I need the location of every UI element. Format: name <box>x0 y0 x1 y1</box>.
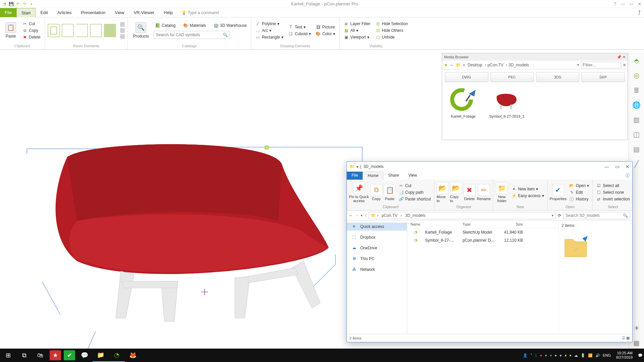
fmt-3ds-button[interactable]: 3DS <box>536 72 580 82</box>
tab-start[interactable]: Start <box>16 8 36 17</box>
crumb-1[interactable]: pCon.TV <box>487 63 503 67</box>
products-button[interactable]: 🔍 Products <box>130 21 152 40</box>
sidetool-clip-icon[interactable]: ◫ <box>631 129 642 140</box>
delete-button[interactable]: ✖Delete <box>21 34 42 41</box>
tab-edit[interactable]: Edit <box>36 8 52 17</box>
sidetool-cube-icon[interactable]: ⬘ <box>631 55 642 66</box>
ecut-button[interactable]: ✂Cut <box>397 182 432 189</box>
tray-app6-icon[interactable]: ● <box>565 353 567 357</box>
tray-wifi-icon[interactable]: 📶 <box>588 353 593 358</box>
addr-box[interactable]: 📁 › pCon.TV › 3D_models ▾ <box>369 212 556 219</box>
col-type[interactable]: Type <box>459 221 499 228</box>
fmt-skp-button[interactable]: SKP <box>581 72 625 82</box>
properties-button[interactable]: ✔Properties <box>550 184 567 201</box>
addr-crumb-0[interactable]: pCon.TV <box>382 213 397 218</box>
cuboid-button[interactable]: ❏Cuboid ▾ <box>287 31 312 37</box>
share-icon[interactable]: ⤴ <box>638 10 641 16</box>
explorer-search-icon[interactable]: 🔍 <box>623 213 628 218</box>
tray-vol-icon[interactable]: 🔊 <box>595 353 600 358</box>
tray-battery-icon[interactable]: 🔋 <box>581 353 585 358</box>
tray-clock[interactable]: 10:25 AM 8/27/2019 <box>613 351 635 359</box>
sidetool-globe-icon[interactable]: 🌐 <box>631 99 642 111</box>
tray-app4-icon[interactable]: ● <box>555 353 557 357</box>
explorer-min-icon[interactable]: — <box>604 164 609 169</box>
save-icon[interactable]: 💾 <box>9 2 13 6</box>
tray-app7-icon[interactable]: ● <box>570 353 572 357</box>
store-icon[interactable]: 🛍 <box>32 349 48 362</box>
etab-file[interactable]: File <box>347 172 363 180</box>
app1-icon[interactable]: ★ <box>50 350 61 360</box>
tray-notif-icon[interactable]: 💬 <box>638 353 643 358</box>
invert-button[interactable]: ⇄Invert selection <box>595 196 631 202</box>
tab-file[interactable]: File <box>0 8 16 17</box>
tab-help[interactable]: Help <box>159 8 177 17</box>
polyline-button[interactable]: 〳Polyline ▾ <box>254 20 285 27</box>
crumb-0[interactable]: Desktop <box>468 63 482 67</box>
tray-app2-icon[interactable]: ● <box>545 353 547 357</box>
tab-presentation[interactable]: Presentation <box>76 8 110 17</box>
wall-open-icon[interactable] <box>76 24 88 37</box>
moveto-button[interactable]: 📂Move to <box>437 182 449 203</box>
explorer-task-icon[interactable]: 📁 <box>93 349 109 362</box>
tray-app3-icon[interactable]: ● <box>550 353 552 357</box>
newitem-button[interactable]: ✦New item ▾ <box>510 186 545 192</box>
catalog-search-input[interactable] <box>156 33 223 37</box>
fmt-dwg-button[interactable]: DWG <box>445 72 488 82</box>
tray-lang[interactable]: ENG <box>603 353 611 357</box>
sidebar-network[interactable]: 🖧Network <box>347 265 407 274</box>
tray-app1-icon[interactable]: ● <box>540 353 542 357</box>
wall-fill-icon[interactable] <box>104 24 116 37</box>
sidetool-box-icon[interactable]: ▥ <box>631 114 642 125</box>
media-breadcrumb[interactable]: « Desktop › pCon.TV › 3D_models ▾ <box>463 63 579 67</box>
catalog-search[interactable]: 🔍 <box>154 31 230 39</box>
media-back-icon[interactable]: ← <box>450 63 454 67</box>
view-details-icon[interactable]: ☰ <box>622 336 625 340</box>
minimize-icon[interactable]: — <box>621 2 625 6</box>
unhide-button[interactable]: ▢Unhide <box>374 34 409 41</box>
sidebar-dropbox[interactable]: ⬚Dropbox <box>347 233 407 241</box>
col-name[interactable]: Name <box>407 221 459 228</box>
hideoth-button[interactable]: ⊡Hide Others <box>374 27 409 34</box>
etab-home[interactable]: Home <box>363 172 383 180</box>
type-command[interactable]: 💡Type a command <box>181 10 219 15</box>
edit-button[interactable]: ✎Edit <box>568 189 590 196</box>
wall-frame-icon[interactable] <box>90 24 102 37</box>
wall-l-icon[interactable] <box>62 24 74 37</box>
sidetool-layers-icon[interactable]: ≣ <box>631 84 642 96</box>
layerfilter-button[interactable]: ≣Layer Filter <box>342 20 372 27</box>
media-close-icon[interactable]: ✕ <box>623 55 626 59</box>
col-size[interactable]: Size <box>499 221 526 228</box>
picture-button[interactable]: 🖼Picture <box>314 24 337 31</box>
list-row-0[interactable]: ◔ Kartell_Foliage SketchUp Model 41,840 … <box>407 228 558 236</box>
copyto-button[interactable]: 📂Copy to <box>450 182 462 203</box>
addr-crumb-1[interactable]: 3D_models <box>405 213 426 218</box>
pin-button[interactable]: 📌Pin to Quick access <box>349 182 369 203</box>
ecopy-button[interactable]: ⧉Copy <box>370 184 382 201</box>
rectangle-button[interactable]: ▭Rectangle ▾ <box>254 34 285 41</box>
media-folder-icon[interactable]: 📁 <box>456 63 461 67</box>
addr-up-icon[interactable]: ↑ <box>365 213 367 218</box>
text-button[interactable]: TText ▾ <box>287 24 312 31</box>
qat-more-icon[interactable]: ▾ <box>29 2 34 6</box>
explorer-titlebar[interactable]: 📁 ▾ | 3D_models — ▭ ✕ <box>347 162 632 172</box>
epaste-button[interactable]: 📋Paste <box>384 184 396 201</box>
media-fav-icon[interactable]: ★ <box>444 63 448 67</box>
all-button[interactable]: ▦All ▾ <box>342 27 372 34</box>
app2-icon[interactable]: ✔ <box>64 350 75 360</box>
tray-people-icon[interactable]: 👤 <box>523 353 528 358</box>
sidetool-stairs-icon[interactable]: ▤ <box>631 143 642 155</box>
paste-button[interactable]: 📋 Paste <box>3 21 19 40</box>
tray-up-icon[interactable]: ˄ <box>530 353 532 358</box>
addr-back-icon[interactable]: ← <box>349 213 353 218</box>
redo-icon[interactable]: ↷ <box>22 2 27 6</box>
hidesel-button[interactable]: ⊟Hide Selection <box>374 20 409 27</box>
media-pin-icon[interactable]: 📌 <box>617 55 622 59</box>
epasteshort-button[interactable]: 🔗Paste shortcut <box>397 196 432 202</box>
selectall-button[interactable]: ☑Select all <box>595 182 631 189</box>
sidebar-quick[interactable]: ★Quick access <box>347 223 407 231</box>
close-icon[interactable]: ✕ <box>638 2 641 6</box>
tab-vrviewer[interactable]: VR-Viewer <box>129 8 159 17</box>
tray-app5-icon[interactable]: ● <box>559 353 562 357</box>
viewport-button[interactable]: ▣Viewport ▾ <box>342 34 372 41</box>
help-icon[interactable]: ? <box>614 2 616 6</box>
